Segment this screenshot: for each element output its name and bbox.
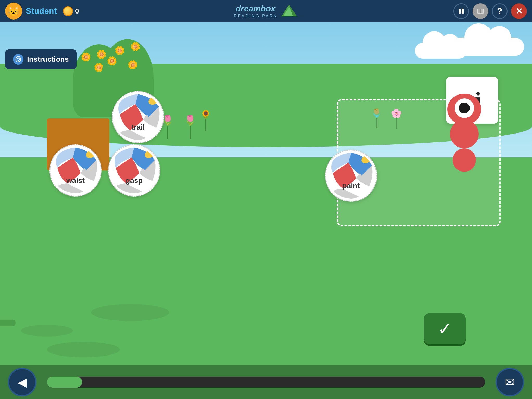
flower-icon: 🌼: [115, 46, 125, 55]
monster-character: [447, 99, 481, 172]
flower-icon: 🌼: [81, 52, 91, 62]
scene-flowers-2: 🌻: [201, 109, 211, 131]
check-icon: ✓: [438, 319, 452, 339]
logo-reading-park: READING PARK: [234, 14, 278, 18]
logo-text: dreambox READING PARK: [234, 4, 278, 19]
header: 🐱 Student 0 dreambox READING PARK: [0, 0, 532, 22]
monster-eye: [455, 98, 474, 118]
flower-icon: 🌼: [128, 60, 138, 70]
word-paint: paint: [342, 182, 360, 190]
progress-bar-container: [47, 377, 485, 388]
mail-button[interactable]: ✉: [496, 368, 524, 396]
pause-icon: [458, 8, 465, 15]
instructions-label: Instructions: [27, 55, 69, 64]
shadow-3: [21, 325, 73, 337]
ball-svg-gasp: [111, 147, 158, 194]
word-gasp: gasp: [126, 176, 142, 185]
avatar: 🐱: [5, 3, 22, 20]
close-icon: ✕: [516, 6, 523, 16]
book-icon: [477, 8, 484, 15]
monster-pupil: [459, 103, 470, 113]
side-notch: [0, 320, 16, 326]
student-name: Student: [26, 6, 57, 16]
header-left: 🐱 Student 0: [5, 3, 79, 20]
help-button[interactable]: ?: [492, 3, 508, 19]
svg-rect-3: [459, 9, 461, 14]
bottom-bar: ◀ ✉: [0, 365, 532, 399]
close-button[interactable]: ✕: [511, 3, 527, 19]
ball-inner-paint: paint: [328, 152, 374, 199]
flower-icon: 🌼: [130, 42, 141, 52]
coins-area: 0: [63, 6, 79, 16]
svg-point-10: [18, 61, 19, 62]
logo-dreambox: dreambox: [234, 4, 278, 14]
header-right: ? ✕: [453, 3, 527, 19]
logo-leaf-icon: [280, 3, 298, 19]
shadow-2: [91, 304, 169, 321]
pause-button[interactable]: [453, 3, 469, 19]
monster-body-bottom: [453, 148, 476, 172]
svg-rect-8: [480, 9, 481, 13]
book-button[interactable]: [473, 3, 488, 19]
back-icon: ◀: [18, 375, 27, 389]
coin-icon: [63, 6, 73, 16]
instructions-button[interactable]: Instructions: [5, 49, 77, 69]
svg-rect-4: [462, 9, 464, 14]
back-button[interactable]: ◀: [8, 368, 36, 396]
word-ball-waist[interactable]: waist: [49, 144, 102, 197]
ear-svg: [15, 56, 21, 62]
ball-inner-waist: waist: [52, 147, 99, 194]
progress-bar-fill: [47, 377, 82, 388]
coin-count: 0: [75, 7, 79, 15]
cloud-2: [451, 38, 524, 56]
ball-inner-trail: trail: [115, 94, 161, 141]
word-trail: trail: [131, 123, 145, 131]
flower-icon: 🌼: [107, 56, 117, 66]
game-area: 🌼 🌼 🌼 🌼 🌼 🌼 🌼 🌷 🌷 🌻 🌷 �: [0, 22, 532, 399]
help-icon: ?: [497, 6, 502, 16]
shadow-1: [47, 342, 120, 357]
word-ball-gasp[interactable]: gasp: [108, 144, 160, 197]
scene-flowers: 🌷 🌷: [161, 115, 196, 139]
ball-svg-trail: [115, 94, 161, 141]
ear-icon: [13, 54, 23, 65]
check-button[interactable]: ✓: [424, 313, 466, 344]
monster-head: [447, 94, 481, 125]
ball-svg-paint: [328, 152, 374, 199]
header-center: dreambox READING PARK: [234, 3, 298, 19]
ball-svg-waist: [52, 147, 99, 194]
word-ball-trail[interactable]: trail: [112, 91, 164, 143]
mail-icon: ✉: [505, 375, 515, 389]
ball-inner-gasp: gasp: [111, 147, 158, 194]
word-ball-paint[interactable]: paint: [325, 150, 377, 202]
word-waist: waist: [66, 176, 85, 185]
